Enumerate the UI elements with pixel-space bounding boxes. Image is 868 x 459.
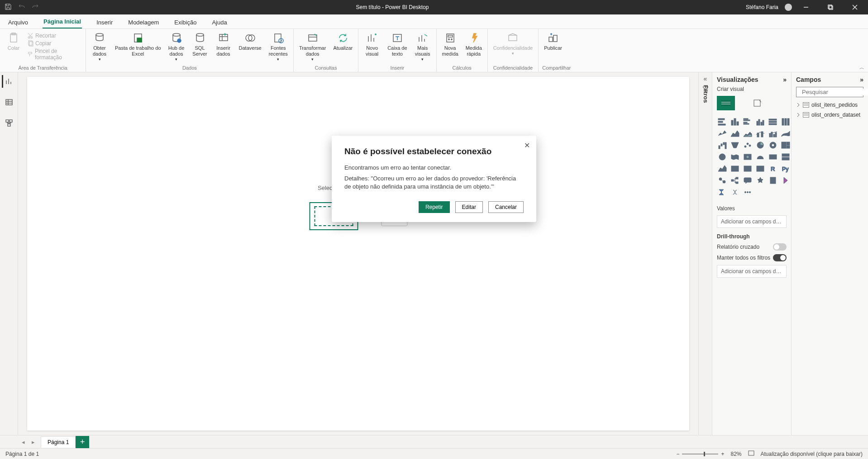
modal-overlay: ✕ Não é possível estabelecer conexão Enc… <box>0 0 868 459</box>
dialog-message-2: Detalhes: "Ocorreu um erro ao ler dados … <box>344 175 524 191</box>
retry-button[interactable]: Repetir <box>419 201 450 213</box>
dialog-title: Não é possível estabelecer conexão <box>344 147 524 156</box>
connection-error-dialog: ✕ Não é possível estabelecer conexão Enc… <box>332 136 536 222</box>
edit-button[interactable]: Editar <box>455 201 483 213</box>
dialog-close-button[interactable]: ✕ <box>524 141 530 150</box>
cancel-button[interactable]: Cancelar <box>488 201 524 213</box>
dialog-message-1: Encontramos um erro ao tentar conectar. <box>344 164 524 172</box>
